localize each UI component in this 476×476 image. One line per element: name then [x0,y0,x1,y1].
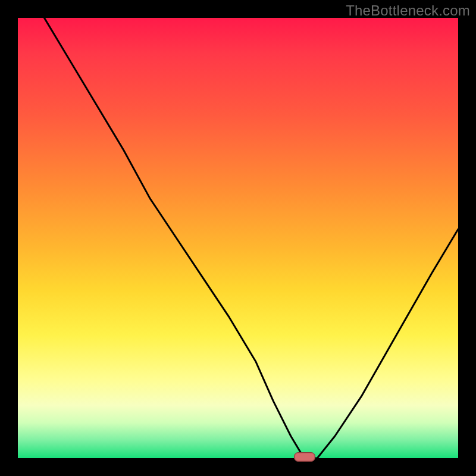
watermark-text: TheBottleneck.com [346,2,470,19]
optimal-marker [294,452,315,462]
bottleneck-curve [18,18,458,458]
chart-frame: TheBottleneck.com [0,0,476,476]
plot-area [18,18,458,458]
